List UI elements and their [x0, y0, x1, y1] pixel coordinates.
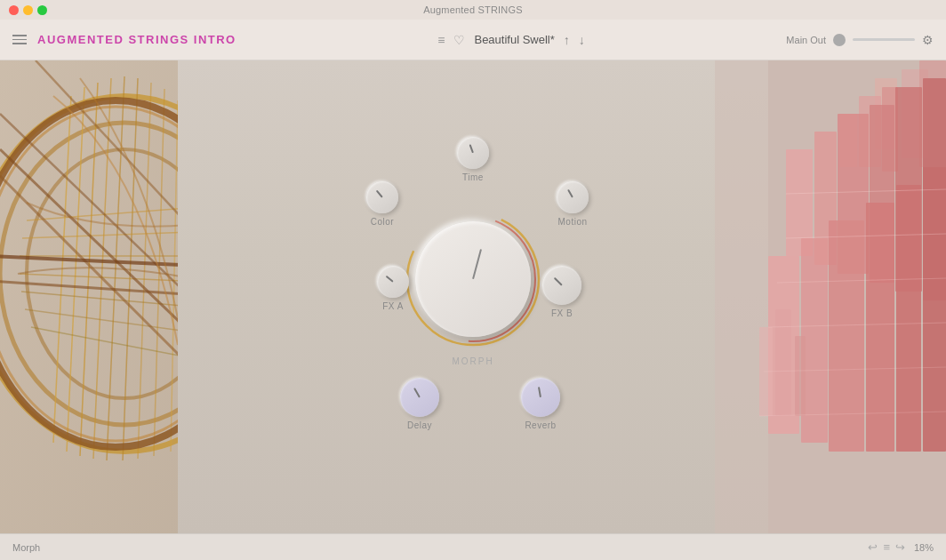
zoom-level: 18%: [914, 542, 934, 553]
volume-slider[interactable]: [853, 38, 915, 41]
motion-knob-group: Motion: [557, 181, 589, 227]
fxb-knob-group: FX B: [542, 266, 581, 318]
color-label: Color: [371, 217, 394, 227]
delay-knob-group: Delay: [400, 378, 439, 430]
toolbar-left: AUGMENTED STRINGS INTRO: [12, 33, 236, 46]
toolbar-center: ≡ ♡ Beautiful Swell* ↑ ↓: [236, 33, 787, 47]
controls-panel: Time Color Motion: [331, 137, 615, 457]
close-button[interactable]: [9, 5, 19, 15]
svg-rect-62: [715, 60, 946, 533]
morph-knob-group: [402, 208, 544, 350]
fxa-knob-group: FX A: [377, 266, 409, 311]
color-knob-group: Color: [366, 181, 398, 227]
status-bar: Morph ↩ ≡ ↪ 18%: [0, 533, 946, 560]
minimize-button[interactable]: [23, 5, 33, 15]
motion-knob[interactable]: [557, 181, 589, 213]
speaker-icon: [833, 34, 846, 46]
fxa-knob[interactable]: [377, 266, 409, 298]
undo-button[interactable]: ↩: [868, 540, 878, 554]
reverb-knob-group: Reverb: [521, 378, 560, 430]
controls-layout: Time Color Motion: [340, 137, 606, 439]
delay-knob[interactable]: [400, 378, 439, 417]
menu-button[interactable]: [12, 35, 27, 44]
status-nav: ↩ ≡ ↪: [868, 540, 905, 554]
list-view-button[interactable]: ≡: [883, 540, 890, 554]
preset-name: Beautiful Swell*: [474, 33, 554, 46]
redo-button[interactable]: ↪: [895, 540, 905, 554]
reverb-label: Reverb: [525, 420, 556, 430]
window-title: Augmented STRINGS: [423, 4, 523, 15]
app-title: AUGMENTED STRINGS INTRO: [37, 33, 236, 46]
time-knob-group: Time: [457, 137, 489, 182]
fxb-knob[interactable]: [542, 266, 581, 305]
reverb-knob[interactable]: [521, 378, 560, 417]
settings-button[interactable]: ⚙: [922, 33, 934, 47]
main-out-label: Main Out: [786, 35, 826, 45]
toolbar: AUGMENTED STRINGS INTRO ≡ ♡ Beautiful Sw…: [0, 20, 946, 60]
favorite-icon[interactable]: ♡: [453, 33, 465, 47]
fxa-label: FX A: [382, 301, 404, 311]
right-artwork: [715, 60, 946, 533]
browser-icon[interactable]: ≡: [437, 33, 445, 47]
morph-main-knob[interactable]: [415, 221, 531, 337]
maximize-button[interactable]: [37, 5, 47, 15]
prev-preset-button[interactable]: ↑: [564, 33, 570, 47]
delay-label: Delay: [407, 420, 432, 430]
motion-label: Motion: [557, 217, 587, 227]
title-bar: Augmented STRINGS: [0, 0, 946, 20]
color-knob[interactable]: [366, 181, 398, 213]
time-knob[interactable]: [457, 137, 489, 169]
status-right: ↩ ≡ ↪ 18%: [868, 540, 934, 554]
time-label: Time: [462, 172, 484, 182]
fxb-label: FX B: [551, 308, 573, 318]
status-label: Morph: [12, 542, 40, 553]
next-preset-button[interactable]: ↓: [579, 33, 585, 47]
main-area: Time Color Motion: [0, 60, 946, 533]
traffic-lights: [9, 5, 47, 15]
toolbar-right: Main Out ⚙: [786, 33, 934, 47]
